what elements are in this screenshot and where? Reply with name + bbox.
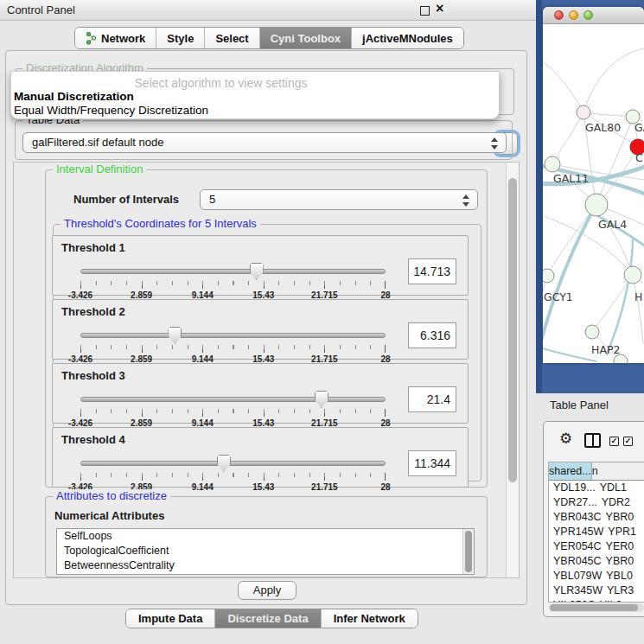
column-header-shared[interactable]: shared... (549, 462, 592, 480)
cell: YIL0 (596, 598, 644, 603)
apply-button[interactable]: Apply (238, 581, 296, 600)
settings-scrollpane: Interval Definition Number of Intervals … (13, 162, 520, 578)
slider-track[interactable] (80, 461, 386, 466)
network-view-window[interactable]: GAL80 GA C GAL11 GAL4 GCY1 H HAP2 (543, 7, 644, 363)
threshold-1-slider[interactable]: -3.426 2.859 9.144 15.43 21.715 28 (80, 262, 386, 295)
table-horizontal-scrollbar[interactable] (549, 603, 644, 612)
threshold-1-label: Threshold 1 (61, 241, 125, 254)
cell: YDR27... (549, 495, 597, 510)
checkbox-icon[interactable]: ✓ (623, 437, 633, 446)
threshold-4-value-field[interactable]: 11.344 (408, 450, 456, 476)
tab-style[interactable]: Style (156, 28, 204, 48)
network-canvas[interactable]: GAL80 GA C GAL11 GAL4 GCY1 H HAP2 (543, 24, 644, 363)
node-label-hap2: HAP2 (591, 343, 620, 356)
minimize-window-icon[interactable] (569, 10, 578, 20)
table-row[interactable]: YIL052CYIL0 (549, 598, 644, 603)
tab-infer-network-label: Infer Network (334, 612, 405, 625)
table-row[interactable]: YPR145WYPR1 (549, 525, 644, 539)
tab-select[interactable]: Select (204, 28, 258, 48)
slider-ticks (80, 345, 386, 353)
num-intervals-label: Number of Intervals (73, 193, 179, 206)
node-gal11[interactable] (545, 156, 560, 172)
table-row[interactable]: YDL19...YDL1 (549, 481, 644, 495)
slider-handle[interactable] (250, 263, 264, 280)
split-columns-icon[interactable] (584, 433, 601, 448)
tab-cyni-toolbox[interactable]: Cyni Toolbox (259, 28, 351, 48)
node-right[interactable] (624, 266, 641, 284)
network-window-titlebar[interactable] (543, 7, 644, 24)
tab-impute-data[interactable]: Impute Data (126, 609, 214, 628)
checkbox-icon[interactable]: ✓ (609, 437, 619, 446)
tab-network[interactable]: Network (75, 28, 156, 48)
node-label-partial-top: GA (634, 121, 644, 134)
cell: YDL1 (596, 481, 644, 495)
cell: YDL19... (549, 481, 596, 495)
slider-track[interactable] (80, 397, 386, 402)
tab-discretize-data[interactable]: Discretize Data (214, 609, 320, 628)
column-header-name[interactable]: n (592, 462, 644, 480)
cell: YDR2 (597, 495, 644, 510)
list-item[interactable]: TopologicalCoefficient (57, 544, 474, 558)
attributes-list[interactable]: SelfLoops TopologicalCoefficient Between… (56, 528, 475, 575)
table-data-combobox[interactable]: galFiltered.sif default node (22, 132, 507, 153)
table-header-row: shared... n (549, 462, 644, 481)
toolbox-tabs: Network Style Select Cyni Toolbox jActiv… (74, 27, 464, 49)
num-intervals-combobox[interactable]: 5 (200, 189, 478, 210)
node-pink[interactable] (577, 105, 590, 119)
threshold-1-panel: Threshold 1 -3.426 2.859 9.144 15.43 21.… (52, 235, 469, 296)
algorithm-placeholder: Select algorithm to view settings (11, 76, 430, 90)
node-hap2[interactable] (585, 325, 599, 339)
threshold-2-value-field[interactable]: 6.316 (408, 322, 456, 348)
option-manual-discretization[interactable]: Manual Discretization (14, 90, 134, 103)
tick-label: 9.144 (192, 482, 214, 492)
table-row[interactable]: YDR27...YDR2 (549, 495, 644, 510)
gear-icon[interactable]: ⚙ (559, 430, 572, 448)
slider-ticks (80, 409, 386, 417)
threshold-4-slider[interactable]: -3.426 2.859 9.144 15.43 21.715 28 (80, 454, 386, 487)
threshold-2-slider[interactable]: -3.426 2.859 9.144 15.43 21.715 28 (80, 326, 386, 359)
node-gcy1[interactable] (543, 269, 554, 283)
table-row[interactable]: YLR345WYLR3 (549, 583, 644, 598)
node-attribute-table[interactable]: shared... n YDL19...YDL1 YDR27...YDR2 YB… (548, 462, 644, 603)
float-panel-icon[interactable] (420, 6, 430, 16)
close-panel-icon[interactable]: × (436, 1, 443, 16)
list-item[interactable]: SelfLoops (57, 529, 474, 544)
cell: YBR045C (549, 554, 602, 569)
node-gal4[interactable] (585, 194, 608, 216)
tab-impute-data-label: Impute Data (138, 612, 202, 625)
settings-vertical-scrollbar[interactable] (506, 163, 519, 577)
cell: YLR345W (549, 583, 603, 598)
slider-track[interactable] (80, 269, 386, 274)
combo-stepper-icon (462, 194, 470, 207)
cell: YBL0 (602, 569, 644, 583)
threshold-2-label: Threshold 2 (61, 305, 125, 318)
network-graph: GAL80 GA C GAL11 GAL4 GCY1 H HAP2 (543, 24, 644, 363)
numerical-attributes-label: Numerical Attributes (54, 509, 164, 522)
slider-handle[interactable] (315, 391, 328, 408)
close-window-icon[interactable] (554, 10, 564, 20)
threshold-3-slider[interactable]: -3.426 2.859 9.144 15.43 21.715 28 (80, 390, 386, 423)
node-label-gal11: GAL11 (553, 172, 589, 185)
list-item[interactable]: BetweennessCentrality (57, 558, 474, 573)
cell: YER0 (602, 539, 644, 554)
tick-label: 28 (380, 482, 390, 492)
threshold-1-value-field[interactable]: 14.713 (408, 258, 456, 284)
control-panel-titlebar: Control Panel × (0, 0, 536, 21)
table-data-group: Table Data galFiltered.sif default node (15, 120, 513, 160)
slider-handle[interactable] (168, 327, 182, 344)
option-equal-width-frequency[interactable]: Equal Width/Frequency Discretization (14, 104, 208, 117)
zoom-window-icon[interactable] (583, 10, 593, 20)
threshold-3-value-field[interactable]: 21.4 (408, 386, 456, 412)
table-row[interactable]: YER054CYER0 (549, 539, 644, 554)
attributes-list-scrollbar[interactable] (462, 529, 474, 574)
tab-jactivemnodules[interactable]: jActiveMNodules (351, 28, 463, 48)
table-row[interactable]: YBL079WYBL0 (549, 569, 644, 583)
slider-handle[interactable] (217, 455, 231, 472)
table-row[interactable]: YBR043CYBR0 (549, 510, 644, 525)
slider-track[interactable] (80, 333, 386, 338)
threshold-3-label: Threshold 3 (61, 369, 125, 382)
threshold-4-panel: Threshold 4 -3.426 2.859 9.144 15.43 21.… (52, 427, 469, 488)
slider-ticks (80, 281, 386, 289)
table-row[interactable]: YBR045CYBR0 (549, 554, 644, 569)
tab-infer-network[interactable]: Infer Network (321, 609, 418, 628)
